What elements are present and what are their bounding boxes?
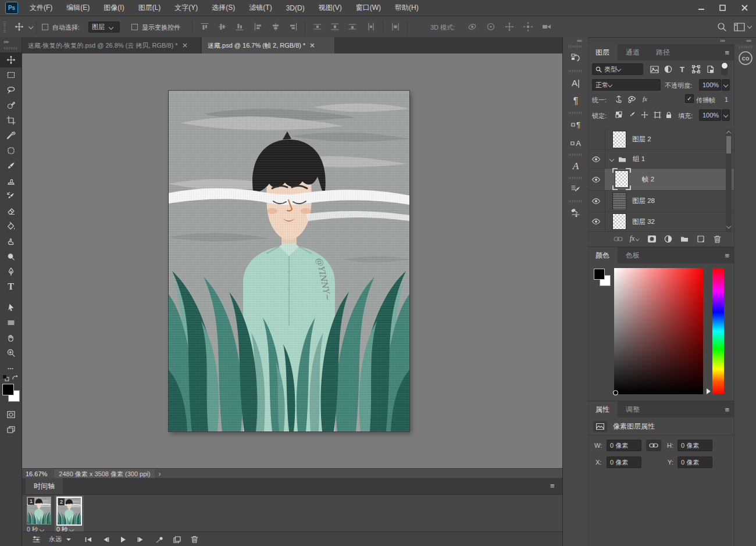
group-expand-chevron[interactable] [609,156,614,161]
toolbar-ellipsis-icon[interactable]: ••• [0,361,22,376]
opacity-dropdown-button[interactable] [722,79,730,91]
toolbar-expand-icon[interactable]: »» [3,39,8,45]
tab-adjustments[interactable]: 调整 [618,401,648,417]
panel-icon-glyphs[interactable]: A [566,158,585,174]
tab-channels[interactable]: 通道 [618,44,648,60]
dock-grip[interactable] [569,70,583,72]
tool-clone-stamp[interactable] [0,173,22,188]
filter-kind-pixel-icon[interactable] [648,63,661,75]
panel-icon-brush-settings[interactable] [566,181,585,198]
align-vcenter-button[interactable] [215,21,229,33]
lock-artboard-icon[interactable] [651,109,663,120]
align-top-button[interactable] [198,21,212,33]
status-chevron-icon[interactable]: › [158,470,161,478]
menu-help[interactable]: 帮助(H) [388,0,426,16]
tab-close-icon[interactable] [310,43,315,48]
show-transform-checkbox[interactable] [131,24,138,30]
filter-kind-type-icon[interactable]: T [676,63,689,75]
blend-mode-dropdown[interactable]: 正常 [592,79,661,91]
align-right-button[interactable] [286,21,300,33]
search-icon[interactable] [714,20,729,34]
menu-select[interactable]: 选择(S) [205,0,242,16]
distribute-left-button[interactable] [364,21,378,33]
menu-file[interactable]: 文件(F) [23,0,59,16]
timeline-frame-2-selected[interactable]: 2 0 秒 [55,495,84,534]
tool-hand[interactable] [0,330,22,345]
panel-icon-brushes[interactable] [566,205,585,221]
auto-select-dropdown[interactable]: 图层 [88,22,120,33]
cc-grip[interactable] [739,46,752,48]
filter-kind-adjustment-icon[interactable] [662,63,675,75]
saturation-brightness-field[interactable] [614,268,703,394]
play-button[interactable] [117,534,129,544]
tab-layers[interactable]: 图层 [587,44,618,60]
panel-icon-character-styles[interactable]: A [566,135,585,151]
lock-all-icon[interactable] [663,109,675,120]
align-left-button[interactable] [251,21,265,33]
x-field[interactable]: 0 像素 [607,456,641,468]
filter-toggle-switch[interactable] [721,62,728,76]
layer-name[interactable]: 图层 32 [632,217,655,226]
dock-grip[interactable] [569,45,583,48]
layer-row-selected[interactable]: 帧 2 [587,169,734,191]
layer-row-3[interactable]: 图层 32 [587,212,734,232]
layer-thumbnail[interactable] [612,192,626,210]
scroll-down-icon[interactable] [726,224,731,229]
new-layer-button[interactable] [694,234,707,244]
tool-lasso[interactable] [0,83,22,98]
menu-3d[interactable]: 3D(D) [279,0,312,16]
tool-preset-chevron[interactable] [28,24,33,29]
workspace-switcher-icon[interactable] [732,20,747,34]
timeline-frame-1[interactable]: 1 0 秒 [27,497,54,533]
menu-window[interactable]: 窗口(W) [349,0,388,16]
swap-colors-icon[interactable] [12,374,19,381]
tween-button[interactable] [154,534,165,544]
menu-layer[interactable]: 图层(L) [131,0,168,16]
filter-kind-shape-icon[interactable] [690,63,702,75]
workspace-chevron[interactable] [747,24,752,28]
tool-dodge[interactable] [0,249,22,264]
tool-move[interactable] [0,52,22,67]
menu-image[interactable]: 图像(I) [97,0,131,16]
zoom-level-field[interactable]: 16.67% [26,470,47,477]
minimize-button[interactable] [691,0,712,16]
properties-menu-icon[interactable]: ≡ [725,405,729,414]
tab-close-icon[interactable] [183,43,187,48]
screen-mode-button[interactable] [0,422,22,437]
layer-row-1[interactable]: 图层 2 [587,129,734,150]
dock-grip[interactable] [569,177,583,179]
tab-swatches[interactable]: 色板 [618,247,648,263]
distribute-vcenter-button[interactable] [328,21,342,33]
tool-paint-bucket[interactable] [0,219,22,234]
previous-frame-button[interactable] [100,534,112,544]
hue-slider[interactable] [712,268,724,394]
fill-dropdown-button[interactable] [722,109,730,121]
hue-slider-pointer[interactable] [706,388,711,394]
tool-crop[interactable] [0,113,22,128]
auto-select-checkbox[interactable] [42,24,48,30]
layer-name[interactable]: 组 1 [633,155,645,163]
layers-scrollbar[interactable] [726,129,732,231]
y-field[interactable]: 0 像素 [677,456,712,468]
layer-thumbnail[interactable] [612,131,626,148]
tool-path-select[interactable] [0,300,22,315]
lock-pixels-icon[interactable] [626,109,637,120]
layer-name[interactable]: 图层 2 [632,135,651,144]
tool-marquee[interactable] [0,67,22,83]
3d-camera-icon[interactable] [540,20,554,33]
convert-to-video-timeline-icon[interactable] [30,534,42,544]
tool-shape[interactable] [0,315,22,330]
delete-frame-button[interactable] [188,534,200,544]
visibility-toggle[interactable] [587,150,605,168]
scroll-up-icon[interactable] [726,131,731,135]
align-bottom-button[interactable] [233,21,247,33]
layers-menu-icon[interactable]: ≡ [725,48,729,57]
timeline-tab[interactable]: 时间轴 [26,478,63,494]
visibility-toggle[interactable] [587,129,605,149]
tab-properties[interactable]: 属性 [587,401,618,417]
timeline-menu-icon[interactable]: ≡ [550,481,555,490]
layer-style-button[interactable]: fx [628,234,641,244]
menu-type[interactable]: 文字(Y) [167,0,205,16]
height-field[interactable]: 0 像素 [677,440,712,451]
current-tool-icon[interactable] [12,19,27,34]
